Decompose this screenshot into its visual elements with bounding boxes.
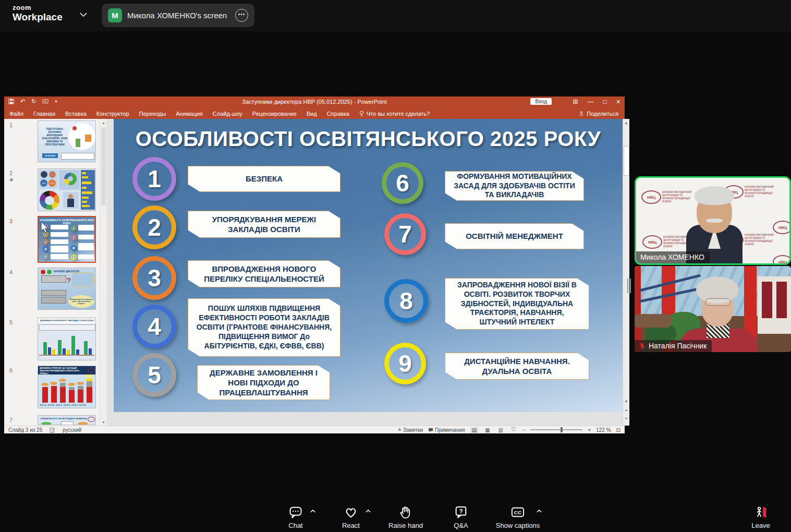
qa-button[interactable]: ? Q&A <box>437 505 484 529</box>
ribbon-options-icon[interactable]: ⊞ <box>573 98 578 105</box>
menu-file[interactable]: Файл <box>9 111 23 117</box>
zoom-out-button[interactable]: − <box>522 427 526 433</box>
scroll-down-icon[interactable]: ▼ <box>100 418 106 426</box>
zoom-level[interactable]: 122 % <box>596 427 611 433</box>
thumb-number: 1 <box>9 122 13 128</box>
captions-menu-caret[interactable] <box>536 509 542 513</box>
slide-thumbnail-7[interactable]: СПЕЦІАЛЬНОСТІ-НА ЯКІ ПОДАНО НАЙБІЛЬШЕ ЗА… <box>38 415 96 425</box>
menu-help[interactable]: Справка <box>327 111 349 117</box>
slide-sorter-view-button[interactable]: ▦ <box>483 427 491 433</box>
decor <box>51 232 68 237</box>
planter <box>635 314 671 328</box>
normal-view-button[interactable]: ▤ <box>470 427 478 433</box>
item-7-circle: 7 <box>384 213 426 255</box>
decor <box>43 342 47 355</box>
decor <box>71 336 75 355</box>
notes-button[interactable]: ≜Заметки <box>398 427 423 433</box>
react-menu-caret[interactable] <box>365 509 371 513</box>
spellcheck-icon[interactable] <box>50 427 55 433</box>
animation-indicator-icon: ✱ <box>9 177 14 183</box>
sign-in-button[interactable]: Вход <box>530 98 552 105</box>
notes-label: Заметки <box>403 427 423 433</box>
slide-thumbnail-4[interactable]: ФАХОВА ДИСКУСІЯ ? Міжрівнева інтеграція … <box>38 268 96 310</box>
slide-scrollbar[interactable]: ▲ ▼ ⏶ ⏷ <box>623 119 629 426</box>
panel-divider-handle[interactable] <box>627 279 628 293</box>
scrollbar-thumb[interactable] <box>624 146 629 176</box>
slide-thumbnail-6[interactable]: ДИНАМІКА ПРИЙОМУ ДО ЗАКЛАДІВ ФАХОВОЇ ПЕР… <box>38 366 96 408</box>
decor <box>67 199 74 207</box>
mic-muted-icon <box>639 342 646 349</box>
restore-icon[interactable]: □ <box>603 98 607 105</box>
decor <box>82 191 92 194</box>
chat-menu-caret[interactable] <box>310 509 316 513</box>
slide-canvas[interactable]: ОСОБЛИВОСТІ ОСВІТЯНСЬКОГО 2025 РОКУ 1 БЕ… <box>114 119 623 412</box>
scroll-down-icon[interactable]: ▼ <box>623 397 629 405</box>
decor <box>59 379 66 382</box>
zoom-workplace-logo: zoom Workplace <box>13 4 63 22</box>
slide-thumbnail-1[interactable]: ПІДГОТОВКА ФАХОВИХ МОЛОДШИХ БАКАЛАВРІВ: … <box>38 120 96 162</box>
zoom-slider-thumb[interactable] <box>561 427 563 432</box>
item-5-box: ДЕРЖАВНЕ ЗАМОВЛЕННЯ І НОВІ ПІДХОДИ ДО ПР… <box>197 365 330 400</box>
scroll-up-icon[interactable]: ▲ <box>623 119 629 126</box>
chat-button[interactable]: Chat <box>272 505 319 529</box>
shared-screen-tab[interactable]: M Микола ХОМЕНКО's screen ••• <box>102 4 254 27</box>
comments-button[interactable]: Примечания <box>428 427 465 433</box>
fit-to-window-icon[interactable]: ⊡ <box>616 427 620 433</box>
participant-video-1[interactable]: НМЦНАУКОВО-МЕТОДИЧНИЙ ЦЕНТР ВИЩОЇ ТА ФАХ… <box>635 176 791 265</box>
thumb2-right-pct: 71% <box>48 179 56 187</box>
decor <box>58 340 62 355</box>
captions-button[interactable]: CC Show captions <box>494 505 541 529</box>
decor <box>67 350 70 355</box>
item-2-circle: 2 <box>132 205 176 249</box>
react-button[interactable]: React <box>327 505 374 529</box>
decor: 9 <box>71 255 77 260</box>
slide-thumbnail-2[interactable]: 29% 71% <box>38 168 96 211</box>
item-1-box: БЕЗПЕКА <box>188 166 340 192</box>
previous-slide-icon[interactable]: ⏶ <box>623 407 629 414</box>
decor <box>41 171 47 178</box>
decor <box>82 201 87 203</box>
menu-insert[interactable]: Вставка <box>65 111 87 117</box>
menu-slideshow[interactable]: Слайд-шоу <box>213 111 242 117</box>
scroll-up-icon[interactable]: ▲ <box>100 119 106 126</box>
menu-view[interactable]: Вид <box>307 111 317 117</box>
scrollbar-thumb[interactable] <box>101 127 106 205</box>
tell-me-box[interactable]: Что вы хотите сделать? <box>359 111 430 117</box>
captions-label: Show captions <box>496 522 540 529</box>
raise-hand-button[interactable]: Raise hand <box>382 505 429 529</box>
reading-view-button[interactable]: ▥ <box>497 427 505 433</box>
slide-thumbnail-3-selected[interactable]: ОСОБЛИВОСТІ ОСВІТЯНСЬКОГО 2025 РОКУ 1 2 … <box>38 216 96 263</box>
item-9-circle: 9 <box>384 343 426 384</box>
menu-home[interactable]: Главная <box>33 111 55 117</box>
menu-transitions[interactable]: Переходы <box>139 111 166 117</box>
panel-divider-handle[interactable] <box>630 279 631 293</box>
zoom-in-button[interactable]: + <box>588 427 591 433</box>
decor <box>49 171 56 178</box>
menu-animations[interactable]: Анимация <box>176 111 203 117</box>
ppt-share-button[interactable]: Поделиться <box>579 111 618 117</box>
decor <box>41 275 66 283</box>
avatar: M <box>108 8 122 22</box>
slideshow-view-button[interactable]: ⛉ <box>510 427 517 433</box>
slide-thumbnail-5[interactable]: ДИНАМІКА КОНТИНГЕНТУ ЗАКЛАДІВ ОСВІТИ (19… <box>38 318 96 360</box>
menu-design[interactable]: Конструктор <box>96 111 129 117</box>
thumbnail-scrollbar[interactable]: ▲ ▼ <box>100 119 106 426</box>
close-icon[interactable]: × <box>616 98 620 106</box>
decor <box>41 297 66 304</box>
more-options-icon[interactable]: ••• <box>235 9 248 22</box>
participant-video-2[interactable]: Наталія Пасічник <box>635 266 791 352</box>
leave-button[interactable]: Leave <box>737 505 784 529</box>
decor: 1 <box>43 224 48 230</box>
chevron-down-icon[interactable] <box>79 11 88 18</box>
svg-text:?: ? <box>459 507 463 514</box>
decor <box>39 355 94 356</box>
language-indicator[interactable]: русский <box>63 427 81 433</box>
thumb2-left-pct: 29% <box>40 179 47 187</box>
decor <box>40 269 46 275</box>
zoom-top-bar: zoom Workplace M Микола ХОМЕНКО's screen… <box>0 0 791 31</box>
menu-review[interactable]: Рецензирование <box>252 111 297 117</box>
next-slide-icon[interactable]: ⏷ <box>623 415 629 422</box>
hall-poster <box>776 282 787 318</box>
minimize-icon[interactable]: — <box>588 98 594 105</box>
zoom-slider[interactable] <box>530 429 582 430</box>
